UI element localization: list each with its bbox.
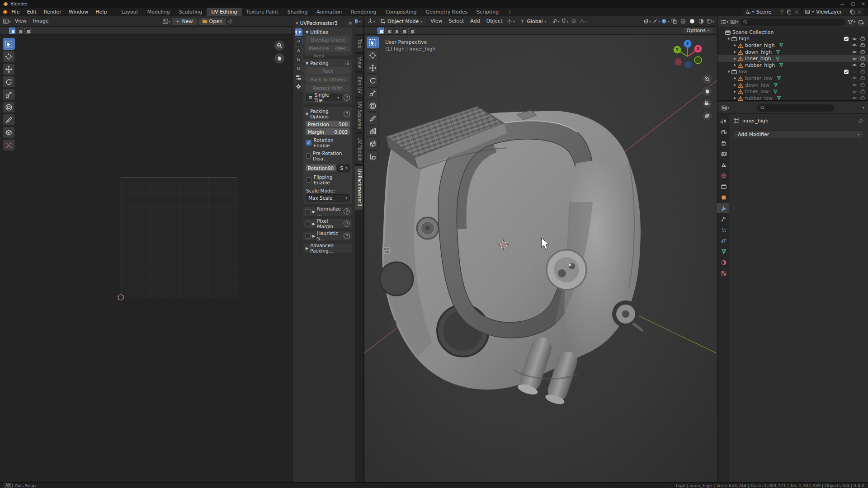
show-overlays-button[interactable]: ▾	[661, 17, 669, 25]
outliner-item-label[interactable]: border_high	[745, 42, 775, 48]
properties-tab-collection[interactable]	[717, 181, 729, 192]
expand-caret[interactable]: ▶	[733, 57, 737, 61]
menu-file[interactable]: File	[8, 8, 23, 16]
outliner-row-inner_high[interactable]: ▶inner_high	[717, 55, 868, 62]
outliner-row-border_high[interactable]: ▶border_high	[717, 42, 868, 49]
workspace-tab-geometry-nodes[interactable]: Geometry Nodes	[421, 8, 472, 16]
packing-options-help-button[interactable]: ?	[344, 111, 350, 117]
new-image-button[interactable]: ＋New	[171, 18, 197, 25]
pack-mode-help-button[interactable]: ?	[344, 94, 350, 101]
uvp-preset-utilities[interactable]	[295, 28, 302, 36]
heuristic-help-button[interactable]: ?	[344, 233, 350, 239]
maximize-button[interactable]: ▢	[851, 1, 855, 6]
outliner-display-mode-button[interactable]: ▾	[720, 18, 728, 26]
workspace-tab-sculpting[interactable]: Sculpting	[175, 8, 207, 16]
transform-tool[interactable]	[367, 100, 379, 112]
toggle-xray-button[interactable]	[670, 17, 678, 25]
repack-with-others-button[interactable]: Repack With Others	[306, 84, 350, 92]
pin-properties-icon[interactable]	[858, 118, 863, 124]
show-gizmo-button[interactable]: ▾	[652, 17, 660, 25]
viewport-pan-button[interactable]	[702, 86, 712, 97]
pack-button[interactable]: Pack	[306, 67, 350, 75]
proportional-falloff-button[interactable]: ▾	[579, 17, 587, 25]
cursor-tool[interactable]	[367, 49, 379, 61]
uv-select-mode-1[interactable]	[17, 28, 23, 34]
workspace-tab-layout[interactable]: Layout	[117, 8, 142, 16]
properties-tab-data[interactable]	[717, 246, 729, 257]
viewport-select-mode-2[interactable]	[393, 28, 399, 34]
viewport-menu-object[interactable]: Object	[483, 17, 506, 25]
precision-slider[interactable]: Precision500	[306, 121, 350, 127]
hide-viewport-toggle[interactable]	[852, 42, 857, 48]
rotate-tool[interactable]	[3, 76, 15, 88]
overlap-check-button[interactable]: Overlap Check	[306, 36, 350, 43]
viewport-options-button[interactable]: Options▾	[683, 27, 713, 34]
properties-tab-particles[interactable]	[717, 225, 729, 235]
workspace-tab-compositing[interactable]: Compositing	[381, 8, 421, 16]
hide-viewport-toggle[interactable]	[852, 56, 857, 61]
panel-collapse-caret[interactable]: ∨	[296, 21, 298, 25]
rotation-enable-checkbox[interactable]: ✓	[306, 140, 311, 145]
outliner-item-label[interactable]: rubber_low	[745, 95, 773, 101]
open-image-button[interactable]: Open	[198, 18, 226, 25]
shading-material-button[interactable]	[697, 17, 705, 25]
collection-checkbox[interactable]	[844, 36, 849, 42]
workspace-tab-modeling[interactable]: Modeling	[143, 8, 175, 16]
minimize-button[interactable]: —	[840, 1, 844, 6]
outliner-item-label[interactable]: inner_low	[745, 89, 769, 94]
workspace-tab-shading[interactable]: Shading	[283, 8, 312, 16]
measure-area-button[interactable]: Measure Area(Mer...	[306, 45, 350, 52]
rotation-unit-dropdown[interactable]: S▾	[337, 164, 350, 172]
outliner-item-label[interactable]: inner_high	[745, 56, 771, 61]
outliner-row-inner_low[interactable]: ▶inner_low	[717, 88, 868, 95]
expand-caret[interactable]: ▼	[726, 70, 731, 74]
uv-zoom-button[interactable]	[274, 40, 285, 51]
expand-caret[interactable]: ▶	[733, 50, 737, 54]
expand-caret[interactable]: ▶	[733, 63, 737, 67]
outliner-row-down_low[interactable]: ▶down_low	[717, 82, 868, 89]
flipping-enable-checkbox[interactable]	[306, 177, 311, 183]
sidebar-tab-zen-uv[interactable]: Zen UV	[355, 73, 363, 97]
heuristic-checkbox[interactable]	[306, 234, 311, 239]
outliner-row-high[interactable]: ▼high	[717, 36, 868, 42]
outliner-item-label[interactable]: border_low	[745, 75, 773, 81]
select-box-tool[interactable]	[367, 37, 379, 48]
normalize-section[interactable]: ▶Normalize ...?	[303, 207, 352, 216]
transform-tool[interactable]	[3, 101, 15, 113]
menu-render[interactable]: Render	[40, 8, 65, 16]
properties-editor-type-button[interactable]: ▾	[721, 104, 729, 112]
properties-tab-view-layer[interactable]	[717, 149, 729, 159]
properties-tab-modifiers[interactable]	[717, 203, 729, 213]
expand-caret[interactable]: ▶	[733, 43, 737, 47]
panel-menu-icon[interactable]: ≡	[348, 20, 352, 26]
uv-pan-button[interactable]	[274, 53, 285, 64]
add-cube-tool[interactable]	[367, 138, 379, 150]
sidebar-tab-view[interactable]: View	[355, 53, 363, 72]
outliner-row-rubber_low[interactable]: ▶rubber_low	[717, 95, 868, 102]
close-button[interactable]: ✕	[862, 1, 865, 6]
uv-select-mode-0[interactable]	[9, 28, 15, 34]
add-modifier-dropdown[interactable]: Add Modifier ▾	[734, 130, 863, 138]
outliner-item-label[interactable]: Scene Collection	[732, 29, 774, 35]
workspace-tab-uv-editing[interactable]: UV Editing	[207, 8, 241, 16]
move-tool[interactable]	[3, 63, 15, 75]
cursor-tool[interactable]	[3, 51, 15, 62]
properties-tab-scene[interactable]	[717, 160, 729, 170]
pre-rotation-checkbox[interactable]	[306, 153, 311, 159]
uvp-preset-p[interactable]: P	[295, 38, 302, 45]
rotation-step-slider[interactable]: Rotation90	[306, 164, 336, 171]
normalize-checkbox[interactable]	[306, 209, 311, 214]
pin-image-icon[interactable]	[227, 19, 233, 24]
breadcrumb-object-name[interactable]: inner_high	[742, 118, 769, 124]
viewport-menu-select[interactable]: Select	[445, 17, 467, 25]
properties-options-caret[interactable]: ▾	[863, 106, 864, 110]
scale-tool[interactable]	[367, 87, 379, 99]
pack-mode-dropdown[interactable]: Single Tile ▾	[306, 94, 342, 101]
utilities-caret[interactable]: ▼	[306, 30, 308, 34]
advanced-packing-section[interactable]: ▶Advanced Packing...	[303, 244, 352, 253]
expand-caret[interactable]: ▶	[733, 90, 737, 94]
pack-to-others-button[interactable]: Pack To Others	[306, 76, 350, 83]
grab-tool[interactable]	[3, 127, 15, 138]
outliner-row-scene-collection[interactable]: Scene Collection	[717, 29, 868, 36]
outliner-filter-button[interactable]: ▾	[847, 18, 855, 26]
